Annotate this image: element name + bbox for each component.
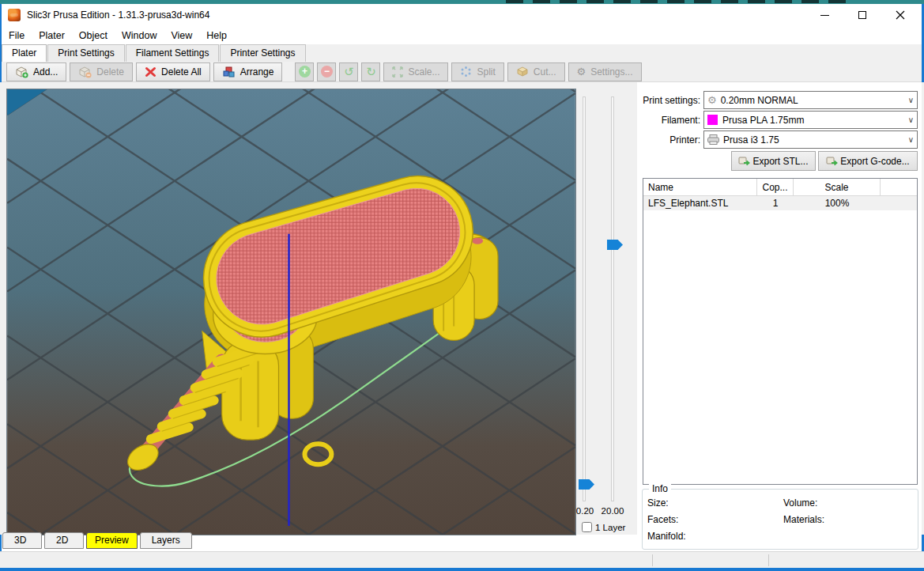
menu-bar: File Plater Object Window View Help [2,26,922,44]
printer-icon [707,134,719,145]
window-title: Slic3r Prusa Edition - 1.31.3-prusa3d-wi… [27,9,209,21]
delete-all-icon [145,66,157,78]
view-tab-bar: 3D 2D Preview Layers [2,532,192,550]
info-volume-label: Volume: [783,497,817,514]
split-button[interactable]: Split [451,62,503,81]
decrease-copies-button[interactable]: − [317,62,336,81]
cut-button[interactable]: Cut... [507,62,565,81]
status-bar [0,551,924,568]
layer-slider-panel: 0.20 20.00 1 Layer [576,89,637,535]
filament-color-swatch [707,115,718,125]
print-settings-label: Print settings: [637,95,700,106]
layer-slider-low-track[interactable] [583,96,586,501]
menu-view[interactable]: View [164,28,199,43]
column-name[interactable]: Name [643,179,757,196]
menu-help[interactable]: Help [199,28,234,43]
chevron-down-icon: ∨ [908,96,914,104]
status-divider [768,554,769,566]
increase-copies-button[interactable]: + [295,62,314,81]
column-copies[interactable]: Cop... [757,179,794,196]
window-bottom-border [0,568,924,571]
delete-object-icon [78,66,92,78]
viewport-3d-preview[interactable] [6,89,576,535]
minimize-button[interactable] [811,6,838,25]
minimize-icon [820,15,829,16]
object-list: Name Cop... Scale LFS_Elephant.STL 1 100… [643,178,918,485]
tab-printer-settings[interactable]: Printer Settings [220,44,305,62]
export-gcode-button[interactable]: Export G-code... [818,151,918,171]
one-layer-label: 1 Layer [595,523,625,532]
export-stl-icon [738,156,750,167]
object-list-header: Name Cop... Scale [643,179,917,196]
info-manifold-label: Manifold: [647,531,783,547]
rotate-ccw-button[interactable]: ↺ [339,62,358,81]
plater-toolbar: Add... Delete Delete All Arrange [2,62,922,82]
layer-low-value: 0.20 [569,506,601,516]
layer-slider-high-track[interactable] [611,96,614,501]
tab-layers[interactable]: Layers [140,532,192,549]
info-size-label: Size: [647,497,783,514]
close-button[interactable] [887,6,914,25]
export-gcode-icon [826,156,838,167]
scale-icon [392,66,403,78]
app-icon [8,9,21,21]
layer-slider-low-thumb[interactable] [579,479,594,490]
info-materials-label: Materials: [783,514,824,531]
delete-all-button[interactable]: Delete All [136,62,210,81]
add-button[interactable]: Add... [6,62,66,81]
minus-icon: − [321,66,333,78]
status-divider [652,554,653,566]
rotate-cw-button[interactable]: ↻ [361,62,380,81]
tab-2d[interactable]: 2D [44,532,84,549]
menu-file[interactable]: File [2,28,32,43]
filament-select[interactable]: Prusa PLA 1.75mm ∨ [703,111,918,129]
arrange-button[interactable]: Arrange [213,62,283,81]
print-profile-icon: ⚙ [707,94,717,106]
object-settings-button[interactable]: ⚙ Settings... [568,62,642,81]
rotate-cw-icon: ↻ [366,66,376,78]
printer-label: Printer: [637,134,700,146]
tab-3d[interactable]: 3D [2,532,42,549]
info-legend: Info [649,483,671,494]
gear-icon: ⚙ [577,66,586,78]
arrange-icon [222,66,236,78]
scale-button[interactable]: Scale... [383,62,448,81]
add-object-icon [15,66,28,78]
one-layer-checkbox[interactable] [582,522,592,532]
tab-preview[interactable]: Preview [86,532,138,549]
info-facets-label: Facets: [647,514,783,531]
print-settings-select[interactable]: ⚙ 0.20mm NORMAL ∨ [703,91,918,109]
tab-print-settings[interactable]: Print Settings [47,44,124,62]
menu-object[interactable]: Object [72,28,115,43]
menu-plater[interactable]: Plater [32,28,72,43]
layer-slider-high-thumb[interactable] [607,240,623,250]
menu-window[interactable]: Window [115,28,164,43]
slic3r-window: Slic3r Prusa Edition - 1.31.3-prusa3d-wi… [0,0,924,571]
maximize-button[interactable] [849,6,876,25]
cut-icon [516,66,529,78]
rotate-ccw-icon: ↺ [344,66,354,78]
settings-tab-bar: Plater Print Settings Filament Settings … [2,44,922,62]
layer-high-value: 20.00 [597,506,628,516]
info-group: Info Size: Volume: Facets: Materials: Ma… [642,489,918,550]
tab-plater[interactable]: Plater [2,44,47,62]
maximize-icon [858,11,866,19]
settings-panel: Print settings: ⚙ 0.20mm NORMAL ∨ Filame… [637,82,922,551]
tab-filament-settings[interactable]: Filament Settings [126,44,220,62]
delete-button[interactable]: Delete [70,62,133,81]
background-text-remnant [506,0,846,3]
plus-icon: + [299,66,311,78]
printer-select[interactable]: Prusa i3 1.75 ∨ [703,130,918,149]
column-scale[interactable]: Scale [794,179,881,196]
close-icon [896,10,905,20]
chevron-down-icon: ∨ [908,115,914,124]
object-row[interactable]: LFS_Elephant.STL 1 100% [643,196,917,210]
title-bar: Slic3r Prusa Edition - 1.31.3-prusa3d-wi… [2,4,922,26]
filament-label: Filament: [637,115,700,126]
split-icon [460,66,472,78]
chevron-down-icon: ∨ [908,135,914,144]
export-stl-button[interactable]: Export STL... [731,151,816,171]
